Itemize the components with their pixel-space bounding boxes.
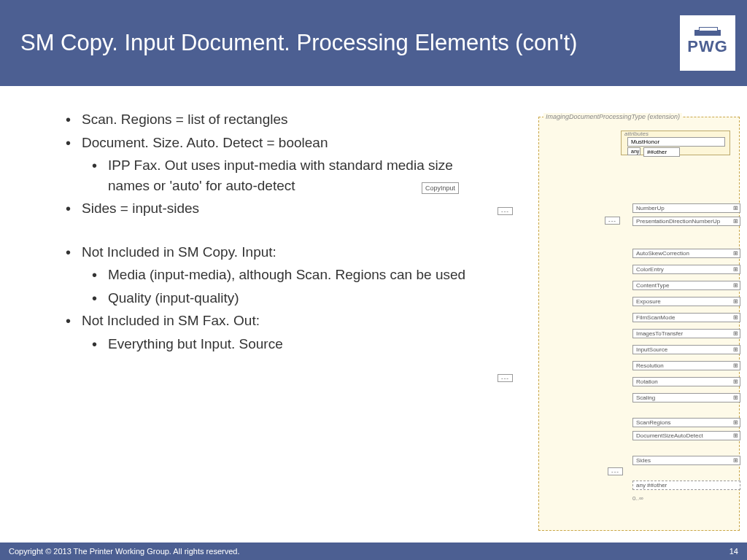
- expand-icon: ⊞: [733, 298, 738, 305]
- sub-bullet: Quality (input-quality): [92, 288, 474, 308]
- expand-icon: ⊞: [733, 330, 738, 337]
- compositor-icon: ---: [608, 467, 623, 475]
- expand-icon: ⊞: [733, 218, 738, 225]
- expand-icon: ⊞: [733, 378, 738, 385]
- expand-icon: ⊞: [733, 362, 738, 369]
- expand-icon: ⊞: [733, 346, 738, 353]
- diagram-attr-any: any: [627, 147, 640, 155]
- expand-icon: ⊞: [733, 266, 738, 273]
- sub-bullet: Media (input-media), although Scan. Regi…: [92, 265, 474, 285]
- schema-diagram: CopyInput --- --- ImagingDocumentProcess…: [479, 117, 741, 532]
- expand-icon: ⊞: [733, 419, 738, 426]
- diagram-attributes-box: attributes MustHonor any ##other: [621, 131, 730, 155]
- diagram-attr-musthonor: MustHonor: [627, 137, 725, 147]
- diagram-element: Sides⊞: [632, 456, 740, 465]
- expand-icon: ⊞: [733, 314, 738, 321]
- diagram-element: ScanRegions⊞: [632, 418, 740, 427]
- attributes-label: attributes: [624, 131, 649, 137]
- logo-text: PWG: [687, 37, 728, 56]
- bullet: Scan. Regions = list of rectangles: [66, 109, 474, 130]
- diagram-element: Exposure⊞: [632, 297, 740, 306]
- expand-icon: ⊞: [733, 432, 738, 439]
- expand-icon: ⊞: [733, 205, 738, 211]
- diagram-element: AutoSkewCorrection⊞: [632, 249, 740, 258]
- diagram-element: ColorEntry⊞: [632, 265, 740, 274]
- bullet: Not Included in SM Copy. Input: Media (i…: [66, 242, 474, 308]
- diagram-element: NumberUp⊞: [632, 203, 740, 213]
- diagram-element: InputSource⊞: [632, 345, 740, 354]
- bullet-text: Document. Size. Auto. Detect = boolean: [82, 135, 328, 150]
- diagram-element: ContentType⊞: [632, 281, 740, 290]
- expand-icon: ⊞: [733, 250, 738, 257]
- diagram-element: Rotation⊞: [632, 377, 740, 386]
- expand-icon: ⊞: [733, 282, 738, 289]
- bullet-content: Scan. Regions = list of rectangles Docum…: [66, 109, 474, 357]
- sub-bullet: IPP Fax. Out uses input-media with stand…: [92, 155, 474, 195]
- compositor-icon: ---: [498, 207, 513, 215]
- diagram-element: DocumentSizeAutoDetect⊞: [632, 431, 740, 440]
- footer-page-number: 14: [729, 547, 738, 556]
- diagram-element: Resolution⊞: [632, 361, 740, 370]
- bullet: Document. Size. Auto. Detect = boolean I…: [66, 133, 474, 196]
- slide-footer: Copyright © 2013 The Printer Working Gro…: [0, 542, 747, 560]
- slide-title: SM Copy. Input Document. Processing Elem…: [20, 28, 577, 58]
- diagram-attr-anyother: ##other: [643, 147, 680, 157]
- diagram-extension-title: ImagingDocumentProcessingType (extension…: [543, 113, 682, 120]
- expand-icon: ⊞: [733, 457, 738, 464]
- bullet: Not Included in SM Fax. Out: Everything …: [66, 311, 474, 354]
- diagram-cardinality: 0..∞: [632, 495, 643, 502]
- bullet-text: Not Included in SM Copy. Input:: [82, 244, 276, 260]
- diagram-element: FilmScanMode⊞: [632, 313, 740, 322]
- diagram-element: Scaling⊞: [632, 393, 740, 402]
- pwg-logo: PWG: [680, 15, 735, 71]
- compositor-icon: ---: [605, 217, 620, 225]
- footer-copyright: Copyright © 2013 The Printer Working Gro…: [9, 547, 239, 556]
- bullet-text: Not Included in SM Fax. Out:: [82, 313, 260, 328]
- diagram-node-copyinput: CopyInput: [422, 182, 459, 194]
- diagram-extension-box: ImagingDocumentProcessingType (extension…: [538, 117, 740, 531]
- bullet: Sides = input-sides: [66, 198, 474, 219]
- diagram-element: PresentationDirectionNumberUp⊞: [632, 217, 740, 226]
- sub-bullet: Everything but Input. Source: [92, 334, 474, 354]
- slide-header: SM Copy. Input Document. Processing Elem…: [0, 0, 747, 86]
- diagram-element: ImagesToTransfer⊞: [632, 329, 740, 338]
- printer-icon: [694, 30, 721, 36]
- compositor-icon: ---: [498, 374, 513, 382]
- diagram-element-any: any ##other: [632, 481, 740, 490]
- expand-icon: ⊞: [733, 394, 738, 401]
